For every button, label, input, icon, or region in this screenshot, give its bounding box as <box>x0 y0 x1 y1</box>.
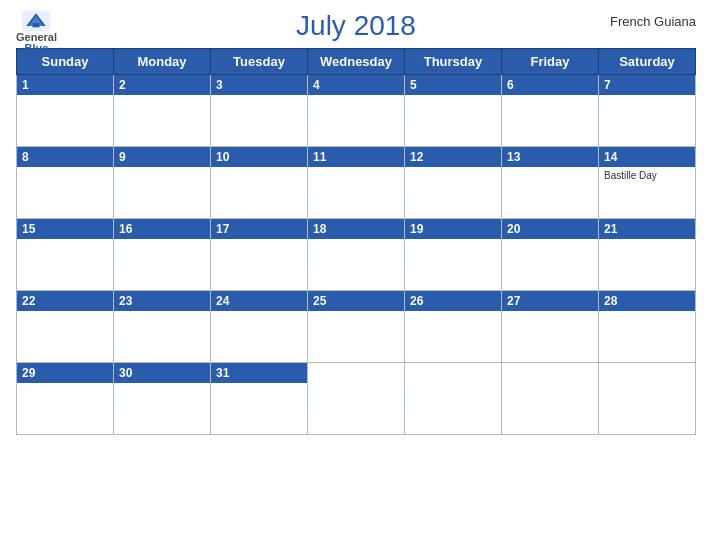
date-strip: 27 <box>502 291 598 311</box>
date-strip: 17 <box>211 219 307 239</box>
calendar-header: General Blue July 2018 French Guiana <box>16 10 696 42</box>
date-strip: 24 <box>211 291 307 311</box>
generalblue-logo-icon <box>22 10 50 32</box>
cell-week1-day0: 1 <box>17 75 114 147</box>
cell-week3-day3: 18 <box>308 219 405 291</box>
date-strip: 14 <box>599 147 695 167</box>
cell-week1-day6: 7 <box>599 75 696 147</box>
week-row-2: 891011121314Bastille Day <box>17 147 696 219</box>
date-strip: 7 <box>599 75 695 95</box>
cell-week2-day5: 13 <box>502 147 599 219</box>
date-strip: 23 <box>114 291 210 311</box>
cell-week1-day1: 2 <box>114 75 211 147</box>
col-thursday: Thursday <box>405 49 502 75</box>
date-strip: 15 <box>17 219 113 239</box>
cell-week2-day4: 12 <box>405 147 502 219</box>
date-strip: 5 <box>405 75 501 95</box>
cell-week2-day2: 10 <box>211 147 308 219</box>
col-friday: Friday <box>502 49 599 75</box>
date-strip: 28 <box>599 291 695 311</box>
date-strip: 29 <box>17 363 113 383</box>
col-tuesday: Tuesday <box>211 49 308 75</box>
cell-week1-day4: 5 <box>405 75 502 147</box>
date-strip: 16 <box>114 219 210 239</box>
week-row-5: 293031 <box>17 363 696 435</box>
cell-week5-day5 <box>502 363 599 435</box>
event-label: Bastille Day <box>599 167 695 184</box>
date-strip: 30 <box>114 363 210 383</box>
svg-rect-3 <box>33 23 40 27</box>
date-strip: 20 <box>502 219 598 239</box>
date-strip: 12 <box>405 147 501 167</box>
date-strip: 26 <box>405 291 501 311</box>
date-strip: 18 <box>308 219 404 239</box>
calendar-table: Sunday Monday Tuesday Wednesday Thursday… <box>16 48 696 435</box>
cell-week3-day5: 20 <box>502 219 599 291</box>
cell-week4-day3: 25 <box>308 291 405 363</box>
cell-week5-day4 <box>405 363 502 435</box>
cell-week4-day0: 22 <box>17 291 114 363</box>
date-strip: 3 <box>211 75 307 95</box>
date-strip: 8 <box>17 147 113 167</box>
col-wednesday: Wednesday <box>308 49 405 75</box>
cell-week5-day3 <box>308 363 405 435</box>
logo-area: General Blue <box>16 10 57 54</box>
calendar-body: 1234567891011121314Bastille Day151617181… <box>17 75 696 435</box>
cell-week3-day2: 17 <box>211 219 308 291</box>
date-strip: 22 <box>17 291 113 311</box>
date-strip: 1 <box>17 75 113 95</box>
cell-week1-day5: 6 <box>502 75 599 147</box>
month-title: July 2018 <box>296 10 416 42</box>
cell-week4-day4: 26 <box>405 291 502 363</box>
date-strip: 6 <box>502 75 598 95</box>
cell-week2-day6: 14Bastille Day <box>599 147 696 219</box>
col-saturday: Saturday <box>599 49 696 75</box>
date-strip: 19 <box>405 219 501 239</box>
date-strip: 2 <box>114 75 210 95</box>
cell-week4-day2: 24 <box>211 291 308 363</box>
cell-week4-day6: 28 <box>599 291 696 363</box>
logo-blue-text: Blue <box>25 43 49 54</box>
cell-week5-day2: 31 <box>211 363 308 435</box>
cell-week5-day6 <box>599 363 696 435</box>
date-strip: 9 <box>114 147 210 167</box>
cell-week1-day2: 3 <box>211 75 308 147</box>
week-row-1: 1234567 <box>17 75 696 147</box>
date-strip: 10 <box>211 147 307 167</box>
cell-week2-day0: 8 <box>17 147 114 219</box>
days-header-row: Sunday Monday Tuesday Wednesday Thursday… <box>17 49 696 75</box>
col-monday: Monday <box>114 49 211 75</box>
cell-week4-day1: 23 <box>114 291 211 363</box>
cell-week3-day0: 15 <box>17 219 114 291</box>
cell-week1-day3: 4 <box>308 75 405 147</box>
week-row-4: 22232425262728 <box>17 291 696 363</box>
cell-week2-day1: 9 <box>114 147 211 219</box>
region-label: French Guiana <box>610 14 696 29</box>
date-strip: 13 <box>502 147 598 167</box>
cell-week2-day3: 11 <box>308 147 405 219</box>
cell-week3-day1: 16 <box>114 219 211 291</box>
cell-week4-day5: 27 <box>502 291 599 363</box>
cell-week3-day4: 19 <box>405 219 502 291</box>
date-strip: 11 <box>308 147 404 167</box>
cell-week3-day6: 21 <box>599 219 696 291</box>
week-row-3: 15161718192021 <box>17 219 696 291</box>
date-strip: 31 <box>211 363 307 383</box>
date-strip: 4 <box>308 75 404 95</box>
calendar-container: General Blue July 2018 French Guiana Sun… <box>0 0 712 550</box>
date-strip: 21 <box>599 219 695 239</box>
date-strip: 25 <box>308 291 404 311</box>
cell-week5-day0: 29 <box>17 363 114 435</box>
cell-week5-day1: 30 <box>114 363 211 435</box>
